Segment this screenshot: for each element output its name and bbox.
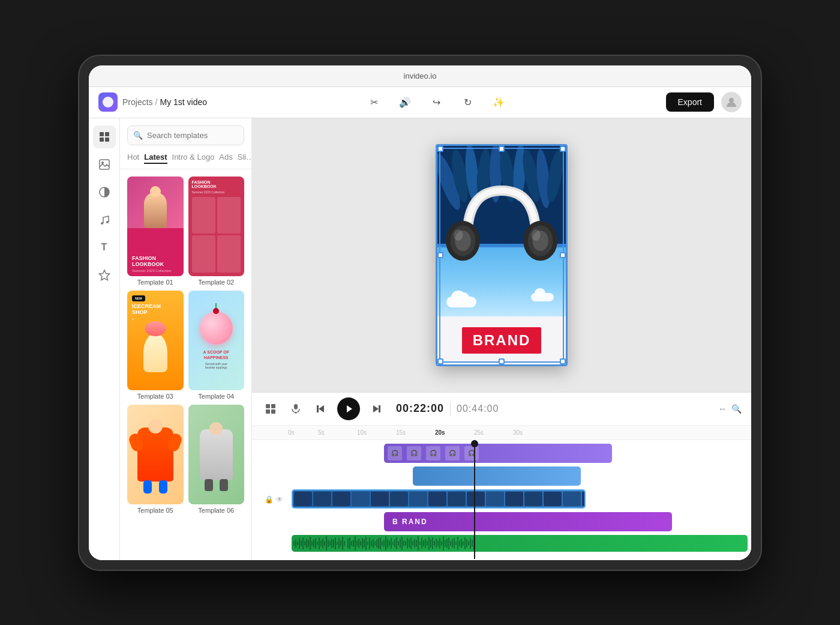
redo-icon[interactable]: ↪ <box>427 92 446 112</box>
logo <box>98 92 118 112</box>
breadcrumb-projects[interactable]: Projects <box>122 97 153 107</box>
svg-point-28 <box>454 229 463 241</box>
fit-icon[interactable]: ↔ <box>718 404 727 414</box>
next-button[interactable] <box>367 400 385 418</box>
track-content-brand: B RAND <box>288 512 751 533</box>
breadcrumb-current: My 1st video <box>160 97 207 107</box>
tab-latest[interactable]: Latest <box>144 152 167 164</box>
ruler-5s: 5s <box>318 429 357 436</box>
clip-audio[interactable]: // generate wave bars inline <box>292 535 748 552</box>
eye-icon[interactable]: 👁 <box>276 495 283 504</box>
track-side-main: 🔒 👁 <box>252 495 288 504</box>
ruler-30s: 30s <box>513 429 552 436</box>
template-thumb-06 <box>188 405 245 504</box>
track-content-sky <box>288 466 751 487</box>
tab-ads[interactable]: Ads <box>219 152 232 164</box>
ruler-15s: 15s <box>396 429 435 436</box>
sidebar-icon-music[interactable] <box>93 208 116 231</box>
clip-headphones[interactable]: 🎧 🎧 🎧 🎧 🎧 <box>384 444 612 463</box>
template-label-02: Template 02 <box>188 279 245 286</box>
search-input[interactable] <box>127 125 244 145</box>
list-item[interactable]: FASHIONLOOKBOOK Summer 2023 Collection <box>188 177 245 286</box>
svg-point-8 <box>101 222 103 225</box>
sidebar-icon-grid[interactable] <box>93 125 116 148</box>
search-icon: 🔍 <box>133 131 143 140</box>
svg-marker-36 <box>319 405 324 412</box>
svg-rect-34 <box>294 404 298 409</box>
list-item[interactable]: Template 05 <box>127 405 184 514</box>
header: Projects / My 1st video ✂ 🔊 ↪ ↻ ✨ Export <box>89 87 751 118</box>
mic-icon[interactable] <box>287 400 305 418</box>
timeline-section: 00:22:00 00:44:00 ↔ 🔍 <box>252 392 751 560</box>
svg-marker-10 <box>99 270 109 280</box>
volume-icon[interactable]: 🔊 <box>395 92 415 112</box>
template-thumb-03: NEW ICECREAMSHOP ● <box>127 291 184 390</box>
refresh-icon[interactable]: ↻ <box>458 92 477 112</box>
tab-hot[interactable]: Hot <box>127 152 139 164</box>
tab-sli[interactable]: Sli… <box>238 152 251 164</box>
ruler-0s: 0s <box>288 429 318 436</box>
clip-brand[interactable]: B RAND <box>384 512 672 531</box>
svg-marker-39 <box>373 405 379 412</box>
svg-point-0 <box>729 98 734 103</box>
template-label-05: Template 05 <box>127 507 184 514</box>
app-window: invideo.io Projects / My 1st video ✂ 🔊 ↪… <box>89 65 751 560</box>
track-content-audio: // generate wave bars inline <box>288 535 751 555</box>
template-label-04: Template 04 <box>188 393 245 400</box>
clip-sky[interactable] <box>413 466 581 486</box>
track-audio: // generate wave bars inline <box>252 534 751 557</box>
prev-button[interactable] <box>312 400 330 418</box>
breadcrumb-separator: / <box>155 97 158 107</box>
timeline-controls: 00:22:00 00:44:00 ↔ 🔍 <box>252 393 751 426</box>
ruler-10s: 10s <box>357 429 396 436</box>
sidebar-icon-star[interactable] <box>93 264 116 286</box>
breadcrumb: Projects / My 1st video <box>122 97 207 107</box>
avatar[interactable] <box>721 92 742 112</box>
header-left: Projects / My 1st video <box>98 92 207 112</box>
device-frame: invideo.io Projects / My 1st video ✂ 🔊 ↪… <box>78 55 762 571</box>
svg-rect-32 <box>266 409 270 414</box>
sidebar-icon-text[interactable]: T <box>93 236 116 259</box>
list-item[interactable]: A SCOOP OFHAPPINESS Served with yourfavo… <box>188 291 245 400</box>
template-label-01: Template 01 <box>127 279 184 286</box>
lock-icon[interactable]: 🔒 <box>265 495 274 504</box>
current-time: 00:22:00 <box>396 402 444 415</box>
template-thumb-02: FASHIONLOOKBOOK Summer 2023 Collection <box>188 177 245 276</box>
list-item[interactable]: Template 06 <box>188 405 245 514</box>
svg-rect-40 <box>379 405 380 412</box>
layout-icon[interactable] <box>262 400 280 418</box>
ruler-20s: 20s <box>435 429 474 436</box>
track-headphones: 🎧 🎧 🎧 🎧 🎧 <box>252 442 751 465</box>
track-content-headphones: 🎧 🎧 🎧 🎧 🎧 <box>288 444 751 464</box>
svg-point-29 <box>531 229 540 241</box>
sidebar-icon-image[interactable] <box>93 153 116 176</box>
play-button[interactable] <box>337 397 360 420</box>
track-main: 🔒 👁 <box>252 488 751 511</box>
template-thumb-04: A SCOOP OFHAPPINESS Served with yourfavo… <box>188 291 245 390</box>
clip-main[interactable] <box>292 489 586 509</box>
svg-rect-5 <box>100 160 109 169</box>
track-content-main <box>288 489 751 510</box>
svg-rect-2 <box>105 132 109 136</box>
templates-panel: 🔍 Hot Latest Intro & Logo Ads Sli… <box>120 118 252 560</box>
svg-rect-33 <box>271 409 275 414</box>
scissors-icon[interactable]: ✂ <box>364 92 383 112</box>
zoom-icon[interactable]: 🔍 <box>731 404 742 414</box>
track-brand: B RAND <box>252 511 751 534</box>
template-label-06: Template 06 <box>188 507 245 514</box>
svg-rect-37 <box>317 405 319 412</box>
export-button[interactable]: Export <box>666 92 714 112</box>
svg-marker-38 <box>347 405 352 412</box>
magic-icon[interactable]: ✨ <box>489 92 508 112</box>
brand-text: BRAND <box>462 327 542 354</box>
list-item[interactable]: NEW ICECREAMSHOP ● Template 03 <box>127 291 184 400</box>
preview-canvas: BRAND <box>252 118 751 392</box>
track-sky <box>252 465 751 488</box>
search-bar: 🔍 <box>127 125 244 145</box>
total-time: 00:44:00 <box>457 403 499 414</box>
app-title: invideo.io <box>404 71 437 80</box>
logo-inner <box>103 97 113 107</box>
sidebar-icon-media[interactable] <box>93 181 116 204</box>
tab-intro-logo[interactable]: Intro & Logo <box>172 152 215 164</box>
list-item[interactable]: FASHIONLOOKBOOK Summer 2023 Collection T… <box>127 177 184 286</box>
